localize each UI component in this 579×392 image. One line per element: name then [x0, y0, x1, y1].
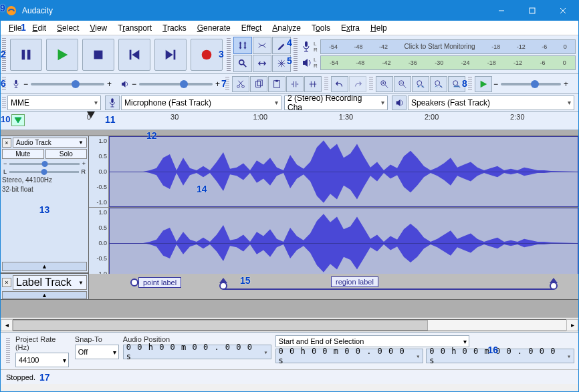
menu-generate[interactable]: Generate [192, 22, 236, 34]
recording-meter[interactable]: -54 -48 -42 Click to Start Monitoring -1… [320, 39, 576, 54]
speaker-icon [302, 57, 311, 69]
track-control-panel[interactable]: × Audio Track Mute Solo −+ LR Stereo, 44… [1, 136, 89, 272]
point-label[interactable]: point label [130, 276, 181, 288]
skip-end-button[interactable] [154, 39, 187, 71]
region-start-handle[interactable] [219, 276, 228, 290]
audio-host-select[interactable]: MME [7, 95, 101, 110]
selection-start-field[interactable]: 0 0 h 0 0 m 0 0 . 0 0 0 s [275, 349, 424, 363]
paste-button[interactable] [268, 76, 285, 92]
solo-button[interactable]: Solo [45, 149, 88, 159]
fit-selection-button[interactable] [412, 76, 429, 92]
svg-point-33 [435, 80, 440, 85]
menu-edit[interactable]: Edit [27, 22, 51, 34]
titlebar: Audacity [1, 1, 578, 21]
scroll-thumb[interactable] [13, 320, 428, 331]
zoom-in-button[interactable] [376, 76, 393, 92]
project-rate-select[interactable]: 44100 [15, 353, 69, 367]
horizontal-scrollbar[interactable]: ◂ ▸ [1, 317, 578, 332]
grip-zoom[interactable] [369, 77, 373, 91]
maximize-button[interactable] [517, 1, 548, 21]
label-track-control-panel[interactable]: × Label Track ▲ [1, 274, 89, 299]
zoom-out-button[interactable] [394, 76, 411, 92]
cut-button[interactable] [232, 76, 249, 92]
selection-end-field[interactable]: 0 0 h 0 0 m 0 0 . 0 0 0 s [426, 349, 574, 363]
app-icon [6, 5, 17, 16]
stop-button[interactable] [82, 39, 114, 71]
track-area: 12 × Audio Track Mute Solo −+ LR Stereo,… [1, 130, 578, 317]
recording-device-select[interactable]: Microphone (Fast Track) [121, 95, 281, 110]
silence-button[interactable] [304, 76, 322, 92]
recording-channels-select[interactable]: 2 (Stereo) Recording Cha [284, 95, 388, 110]
play-button[interactable] [46, 39, 78, 71]
menu-tools[interactable]: Tools [306, 22, 336, 34]
label-body[interactable]: 15 point label region label [89, 274, 578, 299]
menu-extra[interactable]: Extra [336, 22, 365, 34]
scroll-track[interactable] [13, 319, 566, 331]
close-button[interactable] [548, 1, 578, 21]
menu-select[interactable]: Select [51, 22, 84, 34]
region-end-handle[interactable] [549, 276, 558, 290]
zoom-toolbar [374, 75, 467, 93]
timeshift-tool[interactable] [253, 55, 271, 72]
selection-mode-select[interactable]: Start and End of Selection [275, 335, 469, 347]
timeline[interactable]: 10 11 0 30 1:00 1:30 2:00 2:30 [1, 112, 578, 130]
clip-right[interactable] [109, 208, 578, 278]
track-collapse-button[interactable]: ▲ [2, 262, 87, 271]
svg-point-0 [7, 6, 16, 15]
track-close-button[interactable]: × [2, 138, 11, 148]
menu-help[interactable]: Help [365, 22, 392, 34]
svg-point-14 [239, 60, 244, 65]
region-label[interactable]: region label [331, 276, 378, 287]
grip-undo[interactable] [324, 77, 328, 91]
track-menu-button[interactable]: Audio Track [13, 138, 87, 148]
copy-button[interactable] [250, 76, 267, 92]
audio-position-field[interactable]: 0 0 h 0 0 m 0 0 . 0 0 0 s [123, 345, 271, 359]
zoom-tool[interactable] [233, 55, 252, 72]
skip-start-button[interactable] [118, 39, 150, 71]
grip-rec-meter[interactable] [294, 38, 298, 71]
undo-button[interactable] [331, 76, 348, 92]
annot-6: 6 [1, 78, 6, 89]
redo-button[interactable] [349, 76, 366, 92]
menu-effect[interactable]: Effect [236, 22, 267, 34]
svg-marker-44 [550, 278, 558, 283]
scroll-left-button[interactable]: ◂ [1, 319, 13, 331]
svg-line-15 [243, 64, 246, 67]
label-track-menu-button[interactable]: Label Track [13, 275, 87, 290]
pinned-play-head-button[interactable] [11, 114, 25, 126]
trim-button[interactable] [286, 76, 304, 92]
menu-transport[interactable]: Transport [112, 22, 157, 34]
scroll-right-button[interactable]: ▸ [566, 319, 578, 331]
gain-slider[interactable]: −+ [2, 160, 87, 167]
envelope-tool[interactable] [253, 37, 271, 54]
svg-rect-38 [111, 98, 113, 103]
label-track-collapse-button[interactable]: ▲ [2, 291, 87, 299]
playback-device-select[interactable]: Speakers (Fast Track) [408, 95, 574, 110]
menu-analyze[interactable]: Analyze [267, 22, 306, 34]
selection-tool[interactable] [233, 37, 252, 54]
minimize-button[interactable] [486, 1, 517, 21]
grip-playatspeed[interactable] [468, 77, 472, 91]
record-button[interactable] [191, 39, 223, 71]
menu-view[interactable]: View [84, 22, 112, 34]
playback-meter[interactable]: -54 -48 -42 -36 -30 -24 -18 -12 -6 0 [320, 55, 576, 70]
play-volume-slider[interactable] [139, 83, 213, 85]
grip-selection[interactable] [6, 338, 10, 364]
snap-to-select[interactable]: Off [75, 345, 119, 359]
clip-left[interactable]: 14 [109, 136, 578, 207]
play-at-speed-button[interactable] [475, 76, 492, 92]
menu-tracks[interactable]: Tracks [157, 22, 192, 34]
mute-button[interactable]: Mute [2, 149, 44, 159]
mic-device-icon [105, 95, 120, 110]
pause-button[interactable] [10, 39, 42, 71]
grip-tools[interactable] [227, 38, 231, 71]
rec-volume-slider[interactable] [31, 83, 104, 85]
play-speed-slider[interactable] [501, 83, 561, 85]
grip-device[interactable] [2, 97, 6, 108]
svg-point-18 [237, 85, 240, 87]
label-track-close-button[interactable]: × [2, 278, 11, 287]
pan-slider[interactable]: LR [2, 168, 87, 175]
svg-point-35 [453, 80, 458, 85]
fit-project-button[interactable] [430, 76, 447, 92]
project-rate-label: Project Rate (Hz) [15, 335, 71, 351]
